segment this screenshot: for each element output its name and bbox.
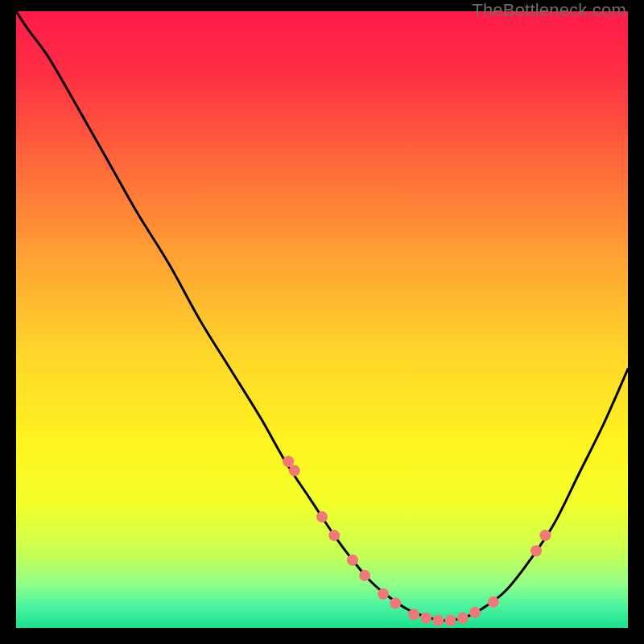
highlight-point: [378, 588, 389, 600]
highlight-point: [488, 597, 499, 608]
highlight-point: [316, 511, 328, 522]
highlight-point: [469, 607, 481, 618]
highlight-point: [390, 597, 401, 609]
bottleneck-chart: [16, 11, 628, 628]
highlight-point: [283, 456, 294, 467]
highlight-point: [530, 545, 542, 556]
highlight-point: [420, 613, 431, 624]
highlight-point: [432, 615, 444, 626]
highlight-point: [457, 613, 469, 624]
highlight-point: [539, 530, 551, 541]
highlight-point: [347, 555, 358, 566]
highlight-point: [289, 465, 300, 477]
gradient-background: [16, 11, 628, 628]
chart-frame: [16, 11, 628, 628]
highlight-point: [408, 609, 419, 620]
highlight-point: [328, 530, 340, 541]
watermark-text: TheBottleneck.com: [472, 0, 626, 21]
highlight-point: [359, 570, 370, 581]
highlight-point: [445, 615, 456, 626]
